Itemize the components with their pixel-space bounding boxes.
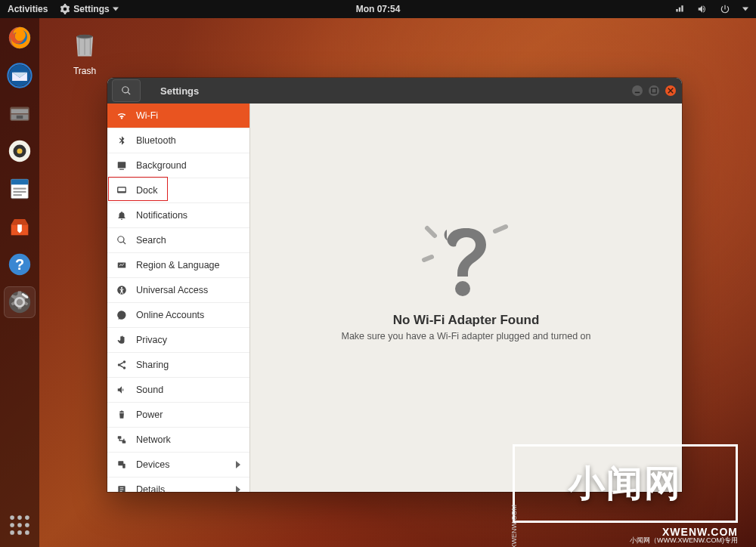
svg-point-38 — [121, 287, 122, 289]
sidebar-item-background[interactable]: Background — [107, 153, 249, 178]
chevron-down-icon — [742, 6, 748, 12]
sidebar-item-online[interactable]: Online Accounts — [107, 303, 249, 328]
sidebar-item-notifications[interactable]: Notifications — [107, 203, 249, 228]
svg-rect-45 — [122, 464, 125, 468]
svg-point-23 — [17, 523, 22, 527]
svg-rect-6 — [17, 116, 23, 119]
bell-icon — [116, 210, 127, 221]
sidebar-item-details[interactable]: Details — [107, 477, 249, 492]
sidebar-item-sharing[interactable]: Sharing — [107, 353, 249, 378]
sidebar-item-dock[interactable]: Dock — [107, 178, 249, 203]
svg-point-9 — [17, 148, 22, 153]
svg-text:?: ? — [15, 256, 24, 273]
dock-app-firefox[interactable] — [5, 23, 35, 53]
svg-point-39 — [123, 360, 126, 363]
svg-rect-30 — [635, 92, 640, 94]
sidebar-item-region[interactable]: Region & Language — [107, 253, 249, 278]
svg-point-41 — [123, 366, 126, 369]
svg-rect-11 — [11, 179, 29, 184]
sidebar-item-search[interactable]: Search — [107, 228, 249, 253]
system-tray[interactable] — [674, 4, 748, 14]
sidebar-item-label: Search — [136, 235, 166, 246]
svg-rect-31 — [652, 88, 656, 93]
sidebar-item-label: Power — [136, 409, 163, 420]
sidebar-item-label: Wi-Fi — [136, 110, 158, 121]
dock-app-settings[interactable] — [5, 287, 35, 317]
dock-app-writer[interactable] — [5, 174, 35, 204]
sidebar-item-label: Network — [136, 434, 171, 445]
window-close-button[interactable] — [665, 85, 676, 96]
svg-point-24 — [25, 523, 29, 527]
sidebar-item-devices[interactable]: Devices — [107, 453, 249, 477]
svg-rect-42 — [118, 436, 122, 439]
window-titlebar[interactable]: Settings — [107, 78, 682, 104]
sidebar-item-network[interactable]: Network — [107, 428, 249, 453]
dock-app-rhythmbox[interactable] — [5, 136, 35, 166]
close-icon — [668, 88, 674, 94]
svg-rect-46 — [118, 486, 125, 492]
search-icon — [116, 235, 127, 246]
app-menu[interactable]: Settings — [60, 4, 118, 14]
dock-app-thunderbird[interactable] — [5, 60, 35, 91]
sidebar-item-power[interactable]: Power — [107, 403, 249, 428]
dock-app-files[interactable] — [5, 98, 35, 128]
question-icon — [421, 209, 512, 299]
network-icon — [116, 434, 127, 445]
maximize-icon — [651, 88, 657, 94]
svg-point-21 — [25, 515, 29, 520]
power-icon — [116, 409, 127, 420]
sidebar-item-label: Online Accounts — [136, 310, 204, 320]
chevron-down-icon — [113, 6, 119, 12]
trash-icon — [68, 27, 101, 60]
settings-sidebar: Wi-FiBluetoothBackgroundDockNotification… — [107, 104, 250, 492]
devices-icon — [116, 459, 127, 470]
sidebar-item-label: Bluetooth — [136, 135, 176, 146]
svg-rect-33 — [119, 169, 124, 170]
share-icon — [116, 360, 127, 370]
header-search-button[interactable] — [112, 79, 141, 102]
sidebar-item-universal[interactable]: Universal Access — [107, 278, 249, 303]
svg-point-20 — [17, 515, 22, 520]
dock-app-help[interactable]: ? — [5, 249, 35, 280]
svg-rect-12 — [14, 188, 26, 190]
chevron-right-icon — [234, 486, 242, 492]
speaker-icon — [116, 385, 127, 395]
svg-rect-13 — [14, 191, 26, 193]
window-maximize-button[interactable] — [649, 85, 659, 96]
svg-point-47 — [455, 281, 470, 296]
volume-icon — [697, 4, 708, 14]
clock[interactable]: Mon 07:54 — [356, 4, 401, 14]
app-menu-label: Settings — [73, 4, 109, 14]
sidebar-item-bluetooth[interactable]: Bluetooth — [107, 128, 249, 153]
sidebar-item-label: Universal Access — [136, 285, 208, 295]
top-bar: Activities Settings Mon 07:54 — [0, 0, 756, 18]
content-title: No Wi-Fi Adapter Found — [393, 313, 540, 328]
dock: ? — [0, 18, 39, 547]
sidebar-item-sound[interactable]: Sound — [107, 378, 249, 403]
hand-icon — [116, 335, 127, 345]
search-icon — [121, 85, 132, 96]
svg-point-22 — [10, 523, 14, 527]
sidebar-item-label: Dock — [136, 185, 157, 196]
svg-point-40 — [118, 363, 121, 366]
globe-icon — [116, 260, 127, 270]
online-icon — [116, 310, 127, 320]
sidebar-item-label: Sharing — [136, 360, 169, 370]
sidebar-item-privacy[interactable]: Privacy — [107, 328, 249, 353]
sidebar-item-wifi[interactable]: Wi-Fi — [107, 104, 249, 128]
desktop-trash[interactable]: Trash — [62, 27, 107, 76]
svg-point-19 — [10, 515, 14, 520]
dock-app-software[interactable] — [5, 212, 35, 242]
window-minimize-button[interactable] — [632, 85, 643, 96]
svg-point-29 — [77, 35, 92, 39]
accessibility-icon — [116, 285, 127, 295]
sidebar-item-label: Sound — [136, 385, 163, 395]
chevron-right-icon — [234, 461, 242, 468]
activities-button[interactable]: Activities — [8, 4, 48, 14]
settings-window: Settings Wi-FiBluetoothBackgroundDockNot… — [107, 78, 682, 492]
show-apps-button[interactable] — [7, 512, 33, 538]
bluetooth-icon — [116, 135, 127, 146]
svg-rect-14 — [14, 194, 22, 196]
desktop-trash-label: Trash — [62, 66, 107, 76]
minimize-icon — [634, 88, 640, 94]
